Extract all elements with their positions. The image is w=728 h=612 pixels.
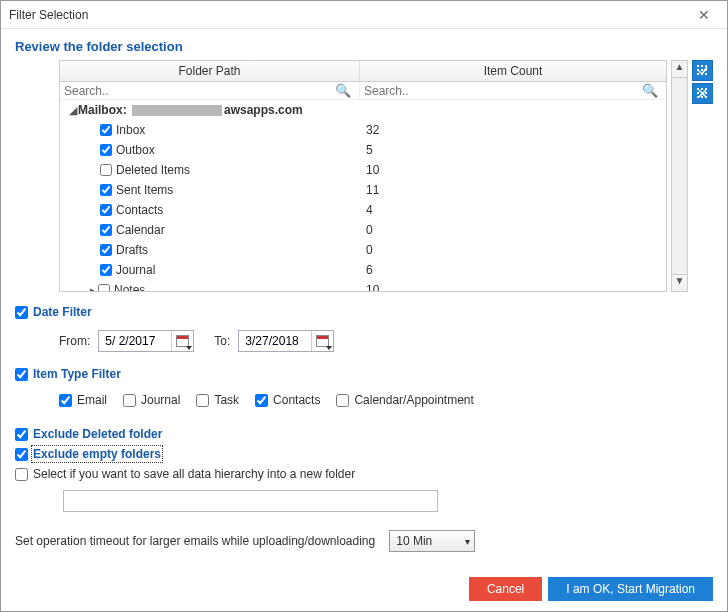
row-checkbox[interactable]	[100, 244, 112, 256]
item-type-filter-checkbox[interactable]	[15, 368, 28, 381]
row-label: Sent Items	[116, 183, 173, 197]
to-date-input[interactable]	[239, 334, 311, 348]
row-count: 11	[360, 183, 666, 197]
search-icon[interactable]: 🔍	[331, 83, 355, 98]
scroll-up-icon[interactable]: ▲	[672, 61, 687, 78]
svg-rect-4	[701, 69, 703, 71]
row-count: 0	[360, 223, 666, 237]
row-checkbox[interactable]	[100, 124, 112, 136]
exclude-deleted-checkbox[interactable]	[15, 428, 28, 441]
cancel-button[interactable]: Cancel	[469, 577, 542, 601]
row-count: 0	[360, 243, 666, 257]
row-checkbox[interactable]	[100, 204, 112, 216]
scroll-down-icon[interactable]: ▼	[672, 274, 687, 291]
row-checkbox[interactable]	[100, 224, 112, 236]
row-label: Drafts	[116, 243, 148, 257]
row-label: Deleted Items	[116, 163, 190, 177]
row-label: Calendar	[116, 223, 165, 237]
email-checkbox[interactable]	[59, 394, 72, 407]
table-row[interactable]: Inbox32	[60, 120, 666, 140]
chevron-down-icon: ▾	[465, 536, 470, 547]
row-checkbox[interactable]	[100, 164, 112, 176]
row-count: 32	[360, 123, 666, 137]
window-title: Filter Selection	[9, 8, 689, 22]
email-label: Email	[77, 393, 107, 407]
scrollbar[interactable]: ▲ ▼	[671, 60, 688, 292]
table-row[interactable]: Sent Items11	[60, 180, 666, 200]
close-icon[interactable]: ✕	[689, 7, 719, 23]
svg-rect-9	[697, 88, 699, 90]
date-filter-label: Date Filter	[33, 305, 92, 319]
date-filter-checkbox[interactable]	[15, 306, 28, 319]
review-heading: Review the folder selection	[15, 39, 713, 54]
contacts-checkbox[interactable]	[255, 394, 268, 407]
exclude-deleted-label: Exclude Deleted folder	[33, 427, 162, 441]
redacted-text	[132, 105, 222, 116]
table-row[interactable]: Outbox5	[60, 140, 666, 160]
table-row[interactable]: Drafts0	[60, 240, 666, 260]
mailbox-row[interactable]: ◢ Mailbox: awsapps.com	[60, 100, 666, 120]
mailbox-domain: awsapps.com	[224, 103, 303, 117]
deselect-all-button[interactable]	[692, 83, 713, 104]
svg-rect-3	[697, 69, 699, 71]
journal-label: Journal	[141, 393, 180, 407]
collapse-icon[interactable]: ◢	[68, 104, 78, 117]
grid-rows: ◢ Mailbox: awsapps.com Inbox32 Outbox5 D…	[60, 100, 666, 291]
start-migration-button[interactable]: I am OK, Start Migration	[548, 577, 713, 601]
hierarchy-folder-input[interactable]	[63, 490, 438, 512]
folder-grid: Folder Path Item Count 🔍 🔍	[59, 60, 667, 292]
search-count-input[interactable]	[364, 84, 638, 98]
item-type-filter-label: Item Type Filter	[33, 367, 121, 381]
titlebar: Filter Selection ✕	[1, 1, 727, 29]
row-checkbox[interactable]	[100, 264, 112, 276]
select-all-button[interactable]	[692, 60, 713, 81]
task-label: Task	[214, 393, 239, 407]
task-checkbox[interactable]	[196, 394, 209, 407]
svg-rect-10	[701, 88, 703, 90]
to-label: To:	[214, 334, 230, 348]
svg-rect-12	[697, 92, 699, 94]
from-date-input[interactable]	[99, 334, 171, 348]
svg-rect-0	[697, 65, 699, 67]
search-folder-input[interactable]	[64, 84, 331, 98]
svg-rect-15	[701, 96, 703, 98]
calendar-label: Calendar/Appointment	[354, 393, 473, 407]
calendar-dropdown-icon[interactable]	[171, 331, 193, 351]
row-label: Inbox	[116, 123, 145, 137]
row-label: Notes	[114, 283, 145, 291]
expand-icon[interactable]: ▸	[88, 284, 98, 292]
row-label: Outbox	[116, 143, 155, 157]
table-row[interactable]: Contacts4	[60, 200, 666, 220]
row-count: 5	[360, 143, 666, 157]
journal-checkbox[interactable]	[123, 394, 136, 407]
contacts-label: Contacts	[273, 393, 320, 407]
search-icon[interactable]: 🔍	[638, 83, 662, 98]
from-date-field[interactable]	[98, 330, 194, 352]
save-hierarchy-checkbox[interactable]	[15, 468, 28, 481]
from-label: From:	[59, 334, 90, 348]
col-folder-path[interactable]: Folder Path	[60, 61, 360, 81]
row-checkbox[interactable]	[100, 144, 112, 156]
table-row[interactable]: Journal6	[60, 260, 666, 280]
save-hierarchy-label: Select if you want to save all data hier…	[33, 467, 355, 481]
timeout-value: 10 Min	[396, 534, 432, 548]
table-row[interactable]: Deleted Items10	[60, 160, 666, 180]
table-row[interactable]: Calendar0	[60, 220, 666, 240]
svg-rect-13	[705, 92, 707, 94]
to-date-field[interactable]	[238, 330, 334, 352]
calendar-dropdown-icon[interactable]	[311, 331, 333, 351]
calendar-checkbox[interactable]	[336, 394, 349, 407]
row-count: 10	[360, 163, 666, 177]
svg-rect-8	[705, 73, 707, 75]
table-row[interactable]: ▸Notes10	[60, 280, 666, 291]
col-item-count[interactable]: Item Count	[360, 61, 666, 81]
svg-rect-2	[705, 65, 707, 67]
svg-rect-6	[697, 73, 699, 75]
row-checkbox[interactable]	[100, 184, 112, 196]
row-label: Contacts	[116, 203, 163, 217]
svg-rect-1	[701, 65, 703, 67]
row-checkbox[interactable]	[98, 284, 110, 291]
timeout-select[interactable]: 10 Min ▾	[389, 530, 475, 552]
mailbox-label: Mailbox:	[78, 103, 127, 117]
exclude-empty-checkbox[interactable]	[15, 448, 28, 461]
